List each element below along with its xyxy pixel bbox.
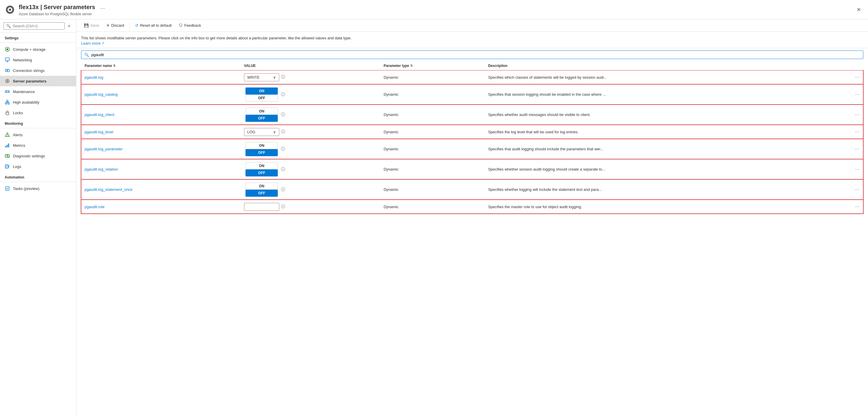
sidebar-item-tasks-preview[interactable]: Tasks (preview) [0,183,76,194]
info-icon[interactable]: ⓘ [281,204,285,209]
sidebar-item-logs[interactable]: Logs [0,161,76,172]
dropdown-pgaudit-log[interactable]: WRITE ∨ [244,73,279,81]
toggle-on-button[interactable]: ON [246,88,278,95]
toggle-on-button[interactable]: ON [246,142,278,149]
param-name-link[interactable]: pgaudit.log_parameter [85,147,123,151]
row-more-icon[interactable]: ··· [855,112,860,118]
collapse-sidebar-button[interactable]: « [66,22,72,30]
sidebar-search-box[interactable]: 🔍 [3,22,65,30]
info-icon[interactable]: ⓘ [281,74,285,80]
svg-rect-14 [6,113,9,115]
chevron-down-icon: ∨ [273,130,276,134]
toggle-off-button[interactable]: OFF [246,115,278,122]
sidebar-item-label: Logs [13,164,21,169]
info-icon[interactable]: ⓘ [281,187,285,192]
close-button[interactable]: ✕ [854,5,863,14]
metrics-icon [5,143,10,148]
toggle-on-button[interactable]: ON [246,108,278,115]
sidebar-item-connection-strings[interactable]: Connection strings [0,65,76,76]
row-more-icon[interactable]: ··· [855,147,860,152]
table-header: Parameter name ⇅ VALUE [81,61,863,70]
sidebar-item-label: Alerts [13,133,23,137]
toggle-on-button[interactable]: ON [246,183,278,190]
sidebar-item-high-availability[interactable]: High availability [0,97,76,107]
toggle-pgaudit-log-catalog: ON OFF [244,88,279,102]
row-more-icon[interactable]: ··· [855,187,860,192]
sort-icon-param-type[interactable]: ⇅ [410,64,412,67]
sidebar-item-diagnostic-settings[interactable]: Diagnostic settings [0,151,76,161]
svg-rect-3 [5,58,9,61]
row-more-icon[interactable]: ··· [855,167,860,172]
learn-more-link[interactable]: Learn more ↗ [81,41,104,45]
param-search-box[interactable]: 🔍 [81,51,863,59]
param-name-link[interactable]: pgaudit.log_catalog [85,92,118,97]
sidebar-item-metrics[interactable]: Metrics [0,140,76,151]
table-body: pgaudit.log WRITE ∨ ⓘ Dyna [81,70,863,214]
row-more-icon[interactable]: ··· [855,92,860,97]
sidebar-item-label: High availability [13,100,39,104]
table-row: pgaudit.log_relation ON OFF ⓘ [81,159,863,180]
text-input-pgaudit-role[interactable] [244,203,279,211]
discard-button[interactable]: ✕ Discard [103,22,127,29]
row-more-icon[interactable]: ··· [855,129,860,134]
sidebar-item-label: Connection strings [13,68,44,73]
info-icon[interactable]: ⓘ [281,167,285,172]
info-icon[interactable]: ⓘ [281,147,285,152]
info-icon[interactable]: ⓘ [281,92,285,97]
logs-icon [5,164,10,169]
svg-point-7 [7,81,8,82]
toggle-off-button[interactable]: OFF [246,169,278,177]
sidebar-item-maintenance[interactable]: Maintenance [0,86,76,97]
sidebar-item-networking[interactable]: Networking [0,55,76,65]
discard-icon: ✕ [106,23,110,28]
sidebar-item-compute-storage[interactable]: Compute + storage [0,44,76,55]
monitoring-section-label: Monitoring [0,118,76,127]
param-search-input[interactable] [91,53,860,57]
toggle-off-button[interactable]: OFF [246,190,278,197]
svg-point-9 [6,91,7,92]
reset-button[interactable]: ↺ Reset all to default [132,22,175,29]
page-subtitle: Azure Database for PostgreSQL flexible s… [19,12,854,16]
sidebar-item-locks[interactable]: Locks [0,107,76,118]
dropdown-pgaudit-log-level[interactable]: LOG ∨ [244,128,279,136]
row-more-icon[interactable]: ··· [855,204,860,209]
sidebar-item-label: Server parameters [13,79,46,84]
sidebar-search-container: 🔍 « [0,20,76,33]
sidebar-item-server-parameters[interactable]: Server parameters [0,76,76,86]
param-name-link[interactable]: pgaudit.log_level [85,130,113,134]
external-link-icon: ↗ [102,41,104,45]
sidebar-item-label: Networking [13,58,32,62]
save-button[interactable]: 💾 Save [81,22,102,29]
svg-rect-11 [5,103,7,104]
param-name-link[interactable]: pgaudit.log [85,75,103,79]
svg-rect-17 [8,143,9,148]
lock-icon [5,110,10,116]
chevron-down-icon: ∨ [273,75,276,79]
toggle-pgaudit-log-statement-once: ON OFF [244,183,279,197]
svg-rect-5 [8,69,9,72]
sidebar-search-input[interactable] [12,24,62,28]
toggle-off-button[interactable]: OFF [246,149,278,156]
networking-icon [5,57,10,63]
sidebar-item-label: Tasks (preview) [13,186,39,191]
feedback-button[interactable]: 🗨 Feedback [176,22,204,29]
params-table-container: Parameter name ⇅ VALUE [76,61,868,416]
param-name-link[interactable]: pgaudit.log_relation [85,167,118,171]
sidebar-item-label: Metrics [13,143,25,148]
param-name-link[interactable]: pgaudit.log_client [85,113,114,117]
param-name-link[interactable]: pgaudit.role [85,204,104,209]
more-options-button[interactable]: ... [98,3,107,11]
sidebar-search-icon: 🔍 [6,24,11,28]
sidebar-item-label: Maintenance [13,90,35,94]
toggle-off-button[interactable]: OFF [246,95,278,102]
toggle-pgaudit-log-relation: ON OFF [244,162,279,177]
toggle-on-button[interactable]: ON [246,162,278,169]
svg-point-2 [6,49,8,50]
table-row: pgaudit.log_client ON OFF ⓘ [81,104,863,125]
sidebar-item-alerts[interactable]: Alerts [0,129,76,140]
info-icon[interactable]: ⓘ [281,129,285,134]
info-icon[interactable]: ⓘ [281,112,285,118]
row-more-icon[interactable]: ··· [855,74,860,80]
param-name-link[interactable]: pgaudit.log_statement_once [85,187,132,192]
sort-icon-param-name[interactable]: ⇅ [113,64,115,67]
